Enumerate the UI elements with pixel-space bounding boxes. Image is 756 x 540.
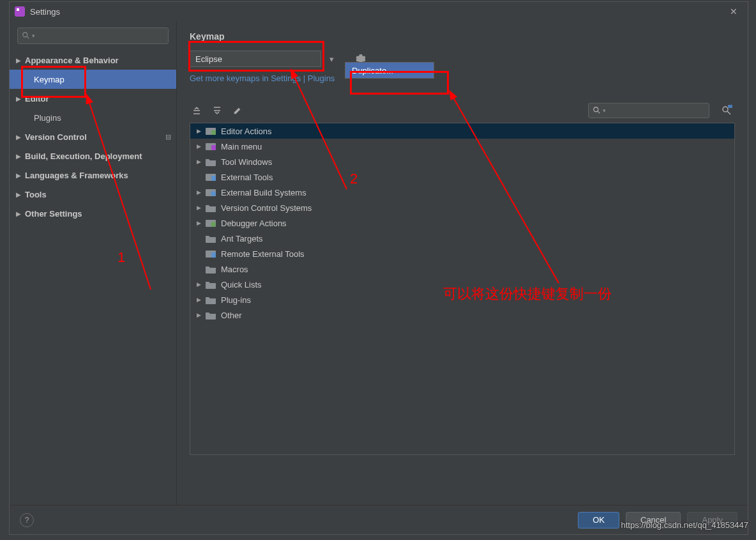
sidebar-search[interactable]: ▾	[17, 27, 169, 44]
folder-icon	[206, 188, 217, 197]
search-icon	[593, 106, 601, 115]
window-title: Settings	[30, 7, 725, 17]
edit-icon[interactable]	[231, 104, 245, 118]
titlebar: Settings ✕	[10, 2, 748, 21]
folder-icon	[206, 234, 217, 243]
action-label: Other	[221, 311, 242, 320]
folder-icon	[206, 265, 217, 274]
chevron-right-icon: ▶	[197, 128, 206, 134]
folder-icon	[206, 157, 217, 166]
chevron-right-icon: ▶	[197, 158, 206, 165]
svg-line-3	[27, 36, 29, 39]
chevron-right-icon: ▶	[16, 210, 25, 217]
chevron-right-icon: ▶	[197, 281, 206, 288]
folder-icon	[206, 295, 217, 304]
svg-rect-1	[17, 8, 19, 11]
action-row-debugger-actions[interactable]: ▶Debugger Actions	[190, 215, 734, 231]
tree-item-label: Appearance & Behavior	[25, 56, 176, 65]
svg-rect-0	[15, 6, 25, 17]
sidebar-item-appearance-behavior[interactable]: ▶Appearance & Behavior	[10, 50, 176, 70]
action-row-remote-external-tools[interactable]: Remote External Tools	[190, 246, 734, 261]
svg-rect-12	[211, 145, 216, 150]
action-row-external-build-systems[interactable]: ▶External Build Systems	[190, 185, 734, 200]
menu-item-duplicate[interactable]: Duplicate...	[345, 63, 434, 78]
action-row-external-tools[interactable]: External Tools	[190, 169, 734, 185]
chevron-right-icon: ▶	[197, 297, 206, 303]
action-row-quick-lists[interactable]: ▶Quick Lists	[190, 277, 734, 292]
sidebar: ▾ ▶Appearance & BehaviorKeymap▶EditorPlu…	[10, 21, 177, 505]
chevron-right-icon: ▶	[197, 204, 206, 211]
chevron-right-icon: ▶	[16, 172, 25, 179]
tree-item-label: Plugins	[34, 113, 176, 123]
svg-rect-8	[728, 105, 732, 108]
svg-rect-10	[211, 130, 216, 135]
sidebar-item-tools[interactable]: ▶Tools	[10, 185, 176, 204]
chevron-right-icon: ▶	[16, 57, 25, 64]
svg-line-7	[727, 111, 730, 114]
chevron-right-icon: ▶	[16, 95, 25, 102]
svg-rect-14	[211, 176, 216, 181]
action-row-editor-actions[interactable]: ▶Editor Actions	[190, 123, 734, 139]
actions-tree[interactable]: ▶Editor Actions▶Main menu▶Tool WindowsEx…	[190, 123, 735, 455]
svg-point-16	[211, 191, 216, 196]
folder-icon	[206, 280, 217, 289]
sidebar-item-languages-frameworks[interactable]: ▶Languages & Frameworks	[10, 166, 176, 185]
folder-icon	[206, 127, 217, 135]
action-label: Main menu	[221, 142, 262, 151]
tree-item-label: Other Settings	[25, 209, 176, 219]
svg-rect-20	[211, 252, 216, 258]
watermark: https://blog.csdn.net/qq_41853447	[621, 520, 749, 530]
action-label: Editor Actions	[221, 127, 272, 136]
get-more-keymaps-link[interactable]: Get more keymaps in Settings | Plugins	[190, 73, 735, 83]
chevron-right-icon: ▶	[16, 153, 25, 160]
tree-item-label: Editor	[25, 94, 176, 104]
action-row-ant-targets[interactable]: Ant Targets	[190, 231, 734, 246]
keymap-dropdown-button[interactable]: ▾	[325, 50, 338, 67]
dropdown-hint-icon: ▾	[32, 33, 35, 39]
svg-point-18	[211, 222, 216, 227]
keymap-select[interactable]: Eclipse	[190, 50, 321, 67]
action-row-plug-ins[interactable]: ▶Plug-ins	[190, 292, 734, 307]
action-row-main-menu[interactable]: ▶Main menu	[190, 139, 734, 154]
folder-icon	[206, 311, 217, 320]
close-icon[interactable]: ✕	[725, 4, 743, 19]
action-label: Tool Windows	[221, 157, 272, 167]
sidebar-item-build-execution-deployment[interactable]: ▶Build, Execution, Deployment	[10, 146, 176, 166]
action-row-other[interactable]: ▶Other	[190, 307, 734, 323]
app-icon	[15, 6, 25, 17]
gear-popup: Duplicate...	[345, 62, 434, 79]
chevron-right-icon: ▶	[197, 143, 206, 150]
main-panel: Keymap Eclipse ▾ Duplicate... Get more k…	[177, 21, 748, 505]
tree-item-label: Tools	[25, 190, 176, 199]
svg-point-2	[23, 33, 27, 37]
action-search-input[interactable]: ▾	[588, 103, 709, 118]
chevron-right-icon: ▶	[16, 191, 25, 198]
action-row-version-control-systems[interactable]: ▶Version Control Systems	[190, 200, 734, 215]
action-row-tool-windows[interactable]: ▶Tool Windows	[190, 154, 734, 169]
find-by-shortcut-icon[interactable]	[718, 102, 735, 119]
project-badge-icon: ⊟	[165, 133, 171, 141]
action-label: External Build Systems	[221, 188, 306, 197]
sidebar-item-other-settings[interactable]: ▶Other Settings	[10, 204, 176, 223]
sidebar-item-editor[interactable]: ▶Editor	[10, 89, 176, 108]
tree-item-label: Keymap	[34, 75, 176, 84]
chevron-right-icon: ▶	[197, 189, 206, 196]
search-icon	[22, 31, 31, 40]
action-label: Quick Lists	[221, 280, 262, 289]
collapse-all-icon[interactable]	[210, 104, 224, 118]
sidebar-item-version-control[interactable]: ▶Version Control⊟	[10, 127, 176, 146]
expand-all-icon[interactable]	[190, 104, 204, 118]
help-icon[interactable]: ?	[20, 513, 34, 527]
action-label: Macros	[221, 265, 248, 274]
action-label: Version Control Systems	[221, 203, 312, 213]
folder-icon	[206, 249, 217, 258]
ok-button[interactable]: OK	[578, 512, 619, 528]
action-row-macros[interactable]: Macros	[190, 261, 734, 277]
tree-item-label: Build, Execution, Deployment	[25, 151, 176, 161]
page-title: Keymap	[190, 31, 735, 42]
sidebar-item-keymap[interactable]: Keymap	[10, 70, 176, 89]
folder-icon	[206, 173, 217, 181]
settings-window: Settings ✕ ▾ ▶Appearance & BehaviorKeyma…	[9, 1, 748, 535]
folder-icon	[206, 142, 217, 151]
sidebar-item-plugins[interactable]: Plugins	[10, 108, 176, 127]
